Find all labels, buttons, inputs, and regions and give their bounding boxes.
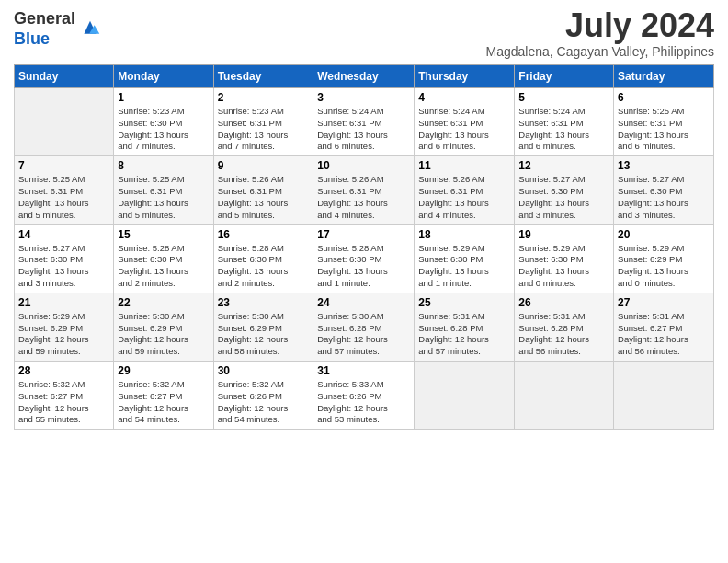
day-number: 17 <box>317 228 410 241</box>
day-number: 18 <box>418 228 510 241</box>
day-number: 10 <box>317 159 410 172</box>
day-number: 4 <box>418 91 510 104</box>
day-number: 6 <box>618 91 710 104</box>
col-header-thursday: Thursday <box>415 65 515 88</box>
col-header-tuesday: Tuesday <box>213 65 313 88</box>
day-cell: 29Sunrise: 5:32 AMSunset: 6:27 PMDayligh… <box>114 362 213 430</box>
day-cell: 31Sunrise: 5:33 AMSunset: 6:26 PMDayligh… <box>313 362 415 430</box>
day-info: Sunrise: 5:31 AMSunset: 6:28 PMDaylight:… <box>518 311 609 358</box>
day-number: 20 <box>618 228 710 241</box>
day-info: Sunrise: 5:24 AMSunset: 6:31 PMDaylight:… <box>418 106 510 153</box>
day-number: 31 <box>317 364 410 377</box>
day-cell: 18Sunrise: 5:29 AMSunset: 6:30 PMDayligh… <box>415 224 515 293</box>
day-cell: 26Sunrise: 5:31 AMSunset: 6:28 PMDayligh… <box>515 293 614 361</box>
day-number: 15 <box>118 228 209 241</box>
day-cell: 9Sunrise: 5:26 AMSunset: 6:31 PMDaylight… <box>213 156 313 224</box>
day-number: 11 <box>418 159 510 172</box>
day-info: Sunrise: 5:27 AMSunset: 6:30 PMDaylight:… <box>518 174 609 221</box>
day-info: Sunrise: 5:29 AMSunset: 6:30 PMDaylight:… <box>418 243 510 290</box>
day-info: Sunrise: 5:29 AMSunset: 6:29 PMDaylight:… <box>18 311 109 358</box>
day-cell: 22Sunrise: 5:30 AMSunset: 6:29 PMDayligh… <box>114 293 213 361</box>
day-info: Sunrise: 5:31 AMSunset: 6:28 PMDaylight:… <box>418 311 510 358</box>
day-number: 9 <box>218 159 310 172</box>
day-info: Sunrise: 5:25 AMSunset: 6:31 PMDaylight:… <box>618 106 710 153</box>
day-number: 2 <box>218 91 310 104</box>
day-number: 8 <box>118 159 209 172</box>
day-number: 16 <box>218 228 310 241</box>
day-number: 7 <box>18 159 109 172</box>
day-number: 30 <box>218 364 310 377</box>
day-number: 29 <box>118 364 209 377</box>
day-info: Sunrise: 5:24 AMSunset: 6:31 PMDaylight:… <box>317 106 410 153</box>
header-row: SundayMondayTuesdayWednesdayThursdayFrid… <box>15 65 714 88</box>
day-cell: 5Sunrise: 5:24 AMSunset: 6:31 PMDaylight… <box>515 88 614 156</box>
day-info: Sunrise: 5:32 AMSunset: 6:27 PMDaylight:… <box>18 379 109 426</box>
day-cell: 24Sunrise: 5:30 AMSunset: 6:28 PMDayligh… <box>313 293 415 361</box>
day-info: Sunrise: 5:23 AMSunset: 6:31 PMDaylight:… <box>218 106 310 153</box>
day-cell: 6Sunrise: 5:25 AMSunset: 6:31 PMDaylight… <box>614 88 714 156</box>
calendar-table: SundayMondayTuesdayWednesdayThursdayFrid… <box>14 64 714 430</box>
day-info: Sunrise: 5:32 AMSunset: 6:26 PMDaylight:… <box>218 379 310 426</box>
logo-general: General <box>14 9 75 28</box>
day-info: Sunrise: 5:26 AMSunset: 6:31 PMDaylight:… <box>317 174 410 221</box>
day-number: 28 <box>18 364 109 377</box>
week-row-0: 1Sunrise: 5:23 AMSunset: 6:30 PMDaylight… <box>15 88 714 156</box>
day-cell: 4Sunrise: 5:24 AMSunset: 6:31 PMDaylight… <box>415 88 515 156</box>
day-info: Sunrise: 5:26 AMSunset: 6:31 PMDaylight:… <box>218 174 310 221</box>
week-row-4: 28Sunrise: 5:32 AMSunset: 6:27 PMDayligh… <box>15 362 714 430</box>
day-number: 1 <box>118 91 209 104</box>
day-cell: 19Sunrise: 5:29 AMSunset: 6:30 PMDayligh… <box>515 224 614 293</box>
day-info: Sunrise: 5:28 AMSunset: 6:30 PMDaylight:… <box>218 243 310 290</box>
day-info: Sunrise: 5:23 AMSunset: 6:30 PMDaylight:… <box>118 106 209 153</box>
day-cell <box>415 362 515 430</box>
day-number: 23 <box>218 296 310 309</box>
col-header-sunday: Sunday <box>15 65 114 88</box>
day-info: Sunrise: 5:32 AMSunset: 6:27 PMDaylight:… <box>118 379 209 426</box>
day-info: Sunrise: 5:26 AMSunset: 6:31 PMDaylight:… <box>418 174 510 221</box>
day-cell: 25Sunrise: 5:31 AMSunset: 6:28 PMDayligh… <box>415 293 515 361</box>
day-cell: 14Sunrise: 5:27 AMSunset: 6:30 PMDayligh… <box>15 224 114 293</box>
day-cell: 30Sunrise: 5:32 AMSunset: 6:26 PMDayligh… <box>213 362 313 430</box>
logo-blue: Blue <box>14 29 50 48</box>
day-cell: 23Sunrise: 5:30 AMSunset: 6:29 PMDayligh… <box>213 293 313 361</box>
day-number: 19 <box>518 228 609 241</box>
logo-icon <box>77 17 103 42</box>
day-info: Sunrise: 5:33 AMSunset: 6:26 PMDaylight:… <box>317 379 410 426</box>
day-info: Sunrise: 5:29 AMSunset: 6:29 PMDaylight:… <box>618 243 710 290</box>
day-cell: 13Sunrise: 5:27 AMSunset: 6:30 PMDayligh… <box>614 156 714 224</box>
day-info: Sunrise: 5:30 AMSunset: 6:28 PMDaylight:… <box>317 311 410 358</box>
day-number: 14 <box>18 228 109 241</box>
day-cell: 16Sunrise: 5:28 AMSunset: 6:30 PMDayligh… <box>213 224 313 293</box>
col-header-wednesday: Wednesday <box>313 65 415 88</box>
day-number: 12 <box>518 159 609 172</box>
col-header-friday: Friday <box>515 65 614 88</box>
day-info: Sunrise: 5:25 AMSunset: 6:31 PMDaylight:… <box>118 174 209 221</box>
day-cell: 12Sunrise: 5:27 AMSunset: 6:30 PMDayligh… <box>515 156 614 224</box>
day-cell: 7Sunrise: 5:25 AMSunset: 6:31 PMDaylight… <box>15 156 114 224</box>
day-cell: 1Sunrise: 5:23 AMSunset: 6:30 PMDaylight… <box>114 88 213 156</box>
day-cell: 27Sunrise: 5:31 AMSunset: 6:27 PMDayligh… <box>614 293 714 361</box>
day-info: Sunrise: 5:25 AMSunset: 6:31 PMDaylight:… <box>18 174 109 221</box>
day-cell: 8Sunrise: 5:25 AMSunset: 6:31 PMDaylight… <box>114 156 213 224</box>
day-cell: 3Sunrise: 5:24 AMSunset: 6:31 PMDaylight… <box>313 88 415 156</box>
day-info: Sunrise: 5:31 AMSunset: 6:27 PMDaylight:… <box>618 311 710 358</box>
day-cell <box>515 362 614 430</box>
day-number: 27 <box>618 296 710 309</box>
day-info: Sunrise: 5:30 AMSunset: 6:29 PMDaylight:… <box>118 311 209 358</box>
day-cell <box>15 88 114 156</box>
logo-text: General Blue <box>14 9 75 49</box>
month-title: July 2024 <box>485 9 714 42</box>
day-info: Sunrise: 5:28 AMSunset: 6:30 PMDaylight:… <box>118 243 209 290</box>
col-header-saturday: Saturday <box>614 65 714 88</box>
day-number: 13 <box>618 159 710 172</box>
day-number: 25 <box>418 296 510 309</box>
day-cell: 28Sunrise: 5:32 AMSunset: 6:27 PMDayligh… <box>15 362 114 430</box>
day-cell: 11Sunrise: 5:26 AMSunset: 6:31 PMDayligh… <box>415 156 515 224</box>
day-info: Sunrise: 5:30 AMSunset: 6:29 PMDaylight:… <box>218 311 310 358</box>
subtitle: Magdalena, Cagayan Valley, Philippines <box>485 44 714 59</box>
day-number: 24 <box>317 296 410 309</box>
day-cell: 15Sunrise: 5:28 AMSunset: 6:30 PMDayligh… <box>114 224 213 293</box>
day-cell <box>614 362 714 430</box>
logo: General Blue <box>14 9 103 49</box>
day-info: Sunrise: 5:27 AMSunset: 6:30 PMDaylight:… <box>18 243 109 290</box>
